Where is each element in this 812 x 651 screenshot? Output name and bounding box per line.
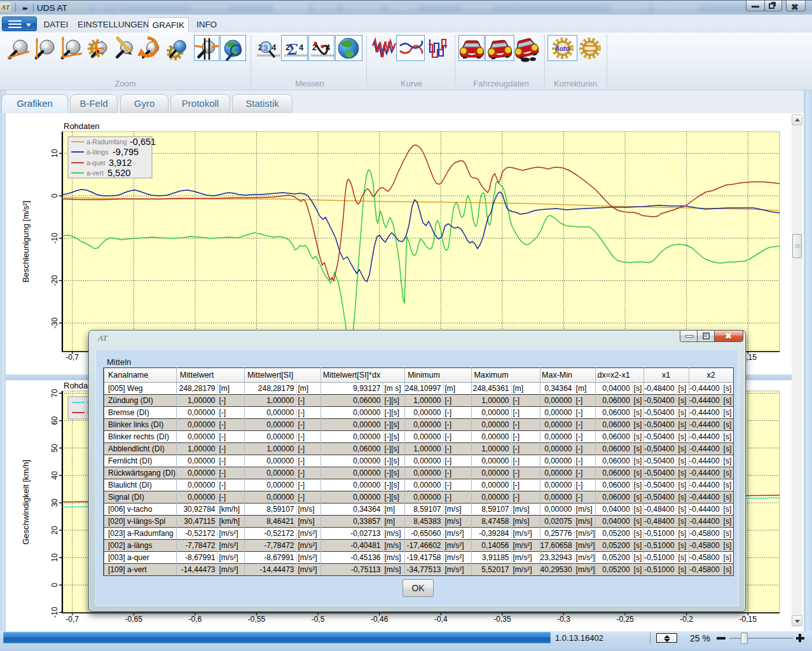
svg-text:20: 20 bbox=[50, 526, 59, 535]
svg-text:-0,4: -0,4 bbox=[434, 615, 448, 624]
svg-text:-9,795: -9,795 bbox=[113, 147, 139, 157]
svg-text:4: 4 bbox=[299, 43, 304, 52]
svg-text:-0,46: -0,46 bbox=[371, 615, 389, 624]
svg-text:3,912: 3,912 bbox=[109, 158, 132, 168]
svg-text:10: 10 bbox=[50, 553, 59, 562]
svg-text:-0,651: -0,651 bbox=[130, 137, 156, 147]
svg-text:a-vert: a-vert bbox=[86, 169, 104, 177]
svg-text:a-längs: a-längs bbox=[86, 148, 108, 156]
svg-text:30: 30 bbox=[50, 498, 59, 507]
svg-text:Auto: Auto bbox=[554, 45, 570, 52]
svg-text:-10: -10 bbox=[50, 606, 59, 618]
svg-text:10: 10 bbox=[50, 149, 59, 158]
svg-text:-20: -20 bbox=[50, 275, 59, 286]
svg-text:-0,55: -0,55 bbox=[248, 615, 266, 624]
svg-text:Rohdaten: Rohdaten bbox=[64, 121, 99, 131]
svg-text:-0,2: -0,2 bbox=[680, 615, 693, 624]
svg-text:Geschwindigkeit [km/h]: Geschwindigkeit [km/h] bbox=[21, 460, 31, 545]
svg-text:-0,15: -0,15 bbox=[740, 615, 757, 624]
svg-text:70: 70 bbox=[50, 389, 59, 398]
svg-text:40: 40 bbox=[50, 471, 59, 480]
svg-text:Σ: Σ bbox=[287, 40, 298, 58]
svg-text:4: 4 bbox=[272, 43, 277, 52]
svg-text:60: 60 bbox=[50, 416, 59, 425]
svg-text:-0,35: -0,35 bbox=[493, 615, 511, 624]
svg-text:Beschleunigung [m/s²]: Beschleunigung [m/s²] bbox=[21, 201, 31, 283]
svg-text:-0,7: -0,7 bbox=[65, 353, 79, 362]
svg-text:a-quer: a-quer bbox=[86, 159, 106, 167]
svg-text:-0,5: -0,5 bbox=[312, 615, 325, 624]
svg-text:a-Radumfang: a-Radumfang bbox=[86, 138, 127, 146]
svg-text:5,520: 5,520 bbox=[107, 168, 130, 178]
svg-text:50: 50 bbox=[50, 444, 59, 453]
svg-text:-30: -30 bbox=[50, 317, 59, 329]
svg-text:InInInInInInInI: InInInInInInInI bbox=[257, 53, 280, 57]
svg-text:-10: -10 bbox=[50, 233, 59, 244]
svg-text:-0,7: -0,7 bbox=[65, 615, 79, 624]
svg-text:0: 0 bbox=[50, 193, 59, 198]
svg-text:0: 0 bbox=[50, 583, 59, 587]
svg-text:-0,25: -0,25 bbox=[616, 615, 634, 624]
svg-text:-0,3: -0,3 bbox=[557, 615, 570, 624]
svg-text:-0,6: -0,6 bbox=[189, 615, 202, 624]
svg-text:-0,65: -0,65 bbox=[125, 615, 143, 624]
